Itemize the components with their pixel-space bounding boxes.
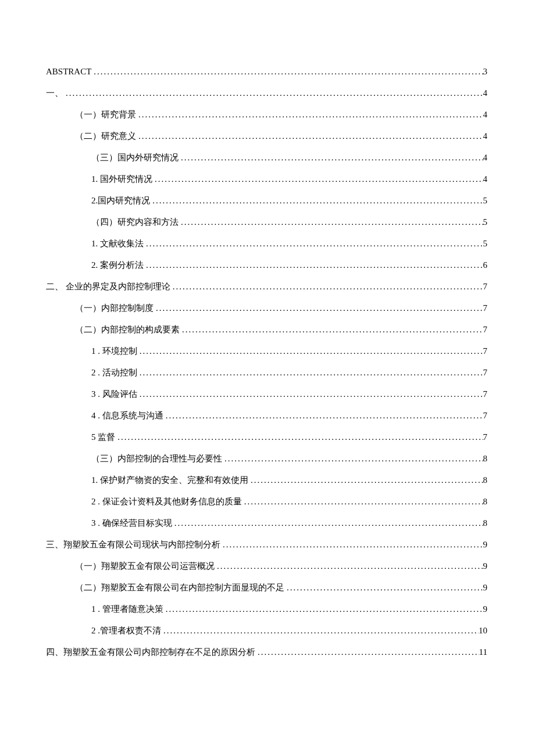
toc-entry: 1 . 环境控制7 — [91, 347, 487, 356]
toc-leader-dots — [150, 196, 483, 205]
toc-entry-page: 4 — [483, 153, 488, 162]
toc-leader-dots — [137, 368, 483, 377]
toc-entry-label: 2.国内研究情况 — [91, 196, 150, 205]
toc-entry-label: （一）翔塑胶五金有限公司运营概况 — [75, 562, 215, 571]
toc-entry: 5 监督7 — [91, 433, 487, 442]
toc-entry-page: 10 — [479, 626, 487, 635]
toc-entry-label: 1. 文献收集法 — [91, 239, 144, 248]
toc-entry-label: 一、 — [46, 89, 63, 98]
toc-entry: （一）研究背景4 — [75, 110, 487, 119]
toc-leader-dots — [215, 562, 483, 571]
toc-entry-page: 4 — [483, 110, 488, 119]
toc-entry-page: 9 — [483, 540, 488, 549]
toc-entry-label: 4 . 信息系统与沟通 — [91, 411, 163, 420]
toc-entry: 3 . 风险评估7 — [91, 390, 487, 399]
toc-entry-label: 三、翔塑胶五金有限公司现状与内部控制分析 — [46, 540, 220, 549]
toc-leader-dots — [137, 347, 483, 356]
toc-entry-page: 7 — [483, 411, 488, 420]
toc-entry-label: （一）内部控制制度 — [75, 304, 154, 313]
toc-entry-page: 6 — [483, 261, 488, 270]
toc-entry: 二、 企业的界定及内部控制理论7 — [46, 282, 487, 291]
toc-entry: 1. 保护财产物资的安全、完整和有效使用8 — [91, 476, 487, 485]
table-of-contents: ABSTRACT3一、4（一）研究背景4（二）研究意义4（三）国内外研究情况41… — [46, 67, 487, 657]
toc-leader-dots — [284, 583, 483, 592]
toc-entry: （一）内部控制制度7 — [75, 304, 487, 313]
toc-entry: 2.国内研究情况5 — [91, 196, 487, 205]
toc-entry: （三）国内外研究情况4 — [91, 153, 487, 162]
toc-entry-label: （一）研究背景 — [75, 110, 136, 119]
toc-leader-dots — [163, 411, 483, 420]
toc-leader-dots — [115, 433, 483, 442]
toc-entry-label: 5 监督 — [91, 433, 115, 442]
toc-entry-page: 7 — [483, 433, 488, 442]
toc-entry-label: ABSTRACT — [46, 67, 91, 76]
toc-leader-dots — [144, 261, 483, 270]
toc-entry: 2 . 活动控制7 — [91, 368, 487, 377]
toc-entry-page: 8 — [483, 454, 488, 463]
toc-leader-dots — [144, 239, 483, 248]
toc-entry-page: 4 — [483, 89, 488, 98]
toc-entry-label: 1. 保护财产物资的安全、完整和有效使用 — [91, 476, 248, 485]
toc-entry-label: （四）研究内容和方法 — [91, 218, 179, 227]
toc-entry-page: 9 — [483, 562, 488, 571]
toc-entry: 1. 文献收集法5 — [91, 239, 487, 248]
toc-leader-dots — [220, 540, 483, 549]
toc-entry-label: 3 . 确保经营目标实现 — [91, 519, 172, 528]
toc-entry-page: 7 — [483, 368, 488, 377]
toc-entry-label: 二、 企业的界定及内部控制理论 — [46, 282, 170, 291]
toc-leader-dots — [152, 175, 483, 184]
toc-entry: ABSTRACT3 — [46, 67, 487, 76]
toc-leader-dots — [136, 132, 483, 141]
toc-entry: 3 . 确保经营目标实现8 — [91, 519, 487, 528]
toc-leader-dots — [255, 648, 479, 657]
toc-entry-label: 2 . 保证会计资料及其他财务信息的质量 — [91, 497, 242, 506]
toc-entry-page: 7 — [483, 282, 488, 291]
toc-leader-dots — [222, 454, 483, 463]
toc-entry: 1. 国外研究情况4 — [91, 175, 487, 184]
toc-entry-page: 8 — [483, 497, 488, 506]
toc-leader-dots — [170, 282, 483, 291]
toc-entry: （一）翔塑胶五金有限公司运营概况9 — [75, 562, 487, 571]
toc-entry-page: 5 — [483, 239, 488, 248]
toc-entry-label: 2 . 活动控制 — [91, 368, 137, 377]
toc-leader-dots — [179, 153, 483, 162]
toc-entry-page: 7 — [483, 325, 488, 334]
toc-entry: （三）内部控制的合理性与必要性8 — [91, 454, 487, 463]
toc-leader-dots — [154, 304, 483, 313]
toc-entry: 2 .管理者权责不清10 — [91, 626, 487, 635]
toc-entry-label: 3 . 风险评估 — [91, 390, 137, 399]
toc-entry: 四、翔塑胶五金有限公司内部控制存在不足的原因分析11 — [46, 648, 487, 657]
toc-entry-label: （二）研究意义 — [75, 132, 136, 141]
toc-entry-label: 2. 案例分析法 — [91, 261, 144, 270]
toc-entry-page: 7 — [483, 347, 488, 356]
toc-entry-page: 9 — [483, 605, 488, 614]
toc-entry-page: 11 — [479, 648, 487, 657]
toc-entry: （四）研究内容和方法5 — [91, 218, 487, 227]
toc-entry-label: 1 . 管理者随意决策 — [91, 605, 163, 614]
toc-entry: 一、4 — [46, 89, 487, 98]
toc-entry: （二）内部控制的构成要素7 — [75, 325, 487, 334]
toc-entry: 三、翔塑胶五金有限公司现状与内部控制分析9 — [46, 540, 487, 549]
toc-entry-label: 1 . 环境控制 — [91, 347, 137, 356]
toc-leader-dots — [161, 626, 479, 635]
toc-entry: （二）翔塑胶五金有限公司在内部控制方面显现的不足9 — [75, 583, 487, 592]
toc-entry-label: （三）国内外研究情况 — [91, 153, 179, 162]
toc-entry-label: （二）内部控制的构成要素 — [75, 325, 180, 334]
toc-entry-page: 4 — [483, 132, 488, 141]
toc-entry-page: 8 — [483, 476, 488, 485]
toc-leader-dots — [242, 497, 483, 506]
toc-entry-page: 9 — [483, 583, 488, 592]
toc-leader-dots — [172, 519, 483, 528]
toc-entry-label: （二）翔塑胶五金有限公司在内部控制方面显现的不足 — [75, 583, 284, 592]
toc-leader-dots — [91, 67, 483, 76]
toc-leader-dots — [137, 390, 483, 399]
toc-entry-label: 四、翔塑胶五金有限公司内部控制存在不足的原因分析 — [46, 648, 255, 657]
toc-entry-page: 8 — [483, 519, 488, 528]
toc-leader-dots — [180, 325, 483, 334]
toc-leader-dots — [163, 605, 483, 614]
toc-entry: 2 . 保证会计资料及其他财务信息的质量8 — [91, 497, 487, 506]
toc-leader-dots — [248, 476, 483, 485]
toc-entry-label: 1. 国外研究情况 — [91, 175, 152, 184]
toc-entry-page: 5 — [483, 218, 488, 227]
toc-entry-label: 2 .管理者权责不清 — [91, 626, 161, 635]
